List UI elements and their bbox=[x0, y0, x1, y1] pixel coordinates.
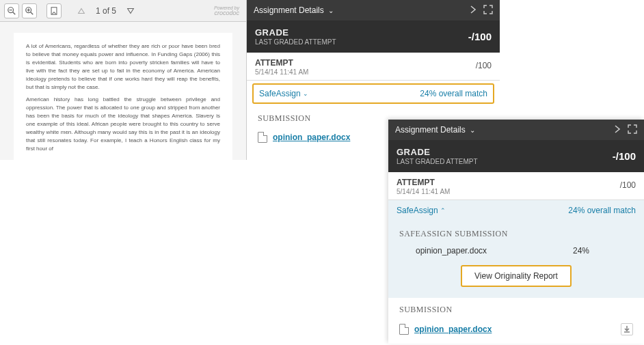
safeassign-file-name: opinion_paper.docx bbox=[416, 246, 487, 256]
attempt-title: ATTEMPT bbox=[397, 178, 620, 187]
zoom-out-button[interactable] bbox=[4, 3, 19, 18]
safeassign-file-row: opinion_paper.docx 24% bbox=[388, 243, 644, 262]
panel-header: Assignment Details ⌄ bbox=[247, 0, 500, 20]
grade-score: -/100 bbox=[613, 150, 636, 162]
grade-subtitle: LAST GRADED ATTEMPT bbox=[397, 158, 613, 165]
assignment-details-panel-expanded: Assignment Details ⌄ GRADE LAST GRADED A… bbox=[388, 120, 644, 344]
safeassign-submission-label: SAFEASSIGN SUBMISSION bbox=[388, 223, 644, 243]
fit-page-button[interactable] bbox=[46, 3, 62, 18]
next-page-button[interactable] bbox=[123, 3, 138, 18]
attempt-score: /100 bbox=[620, 180, 636, 190]
zoom-out-icon bbox=[7, 6, 16, 16]
triangle-down-icon bbox=[126, 6, 135, 16]
safeassign-match: 24% overall match bbox=[568, 206, 636, 215]
expand-icon bbox=[628, 124, 637, 134]
attempt-time: 5/14/14 11:41 AM bbox=[255, 68, 476, 76]
safeassign-label: SafeAssign bbox=[397, 206, 438, 215]
safeassign-toggle[interactable]: SafeAssign ⌃ 24% overall match bbox=[388, 200, 644, 221]
svg-rect-7 bbox=[51, 7, 57, 14]
prev-page-button[interactable] bbox=[74, 3, 89, 18]
zoom-in-icon bbox=[25, 6, 34, 16]
chevron-down-icon: ⌄ bbox=[468, 126, 476, 134]
download-button[interactable] bbox=[621, 323, 633, 335]
safeassign-match: 24% overall match bbox=[420, 89, 487, 98]
document-viewer: 1 of 5 Powered by crocodoc A lot of Amer… bbox=[0, 0, 247, 160]
chevron-right-icon bbox=[470, 5, 477, 14]
document-icon bbox=[258, 132, 267, 143]
next-button[interactable] bbox=[614, 124, 621, 135]
chevron-down-icon: ⌄ bbox=[327, 7, 334, 14]
panel-header: Assignment Details ⌄ bbox=[388, 120, 644, 140]
attempt-section: ATTEMPT 5/14/14 11:41 AM /100 bbox=[388, 172, 644, 200]
attempt-score: /100 bbox=[476, 61, 492, 70]
view-originality-report-button[interactable]: View Originality Report bbox=[461, 265, 572, 287]
download-icon bbox=[623, 326, 630, 333]
svg-line-4 bbox=[31, 12, 33, 14]
grade-section: GRADE LAST GRADED ATTEMPT -/100 bbox=[247, 20, 500, 53]
zoom-in-button[interactable] bbox=[22, 3, 37, 18]
attempt-section: ATTEMPT 5/14/14 11:41 AM /100 bbox=[247, 53, 500, 81]
panel-title[interactable]: Assignment Details ⌄ bbox=[395, 125, 607, 135]
expand-icon bbox=[483, 5, 493, 14]
safeassign-label: SafeAssign bbox=[259, 89, 301, 98]
grade-title: GRADE bbox=[397, 147, 613, 157]
chevron-up-icon: ⌃ bbox=[440, 207, 446, 214]
powered-by-label: Powered by crocodoc bbox=[214, 5, 242, 16]
grade-score: -/100 bbox=[468, 31, 492, 42]
document-page: A lot of Americans, regardless of whethe… bbox=[14, 33, 232, 160]
chevron-right-icon bbox=[614, 125, 621, 133]
safeassign-expanded-section: SAFEASSIGN SUBMISSION opinion_paper.docx… bbox=[388, 221, 644, 298]
svg-marker-9 bbox=[128, 8, 134, 13]
submission-section-label: SUBMISSION bbox=[388, 298, 644, 319]
safeassign-toggle[interactable]: SafeAssign ⌄ 24% overall match bbox=[252, 83, 494, 104]
attempt-title: ATTEMPT bbox=[255, 58, 476, 68]
submission-file-link[interactable]: opinion_paper.docx bbox=[273, 133, 350, 142]
safeassign-file-percent: 24% bbox=[573, 246, 589, 256]
grade-section: GRADE LAST GRADED ATTEMPT -/100 bbox=[388, 140, 644, 172]
expand-button[interactable] bbox=[483, 5, 493, 16]
submission-file-link[interactable]: opinion_paper.docx bbox=[414, 325, 492, 334]
page-icon bbox=[49, 6, 59, 16]
grade-title: GRADE bbox=[255, 27, 468, 38]
submission-file-row: opinion_paper.docx bbox=[388, 319, 644, 344]
panel-title[interactable]: Assignment Details ⌄ bbox=[254, 5, 463, 15]
chevron-down-icon: ⌄ bbox=[303, 90, 308, 97]
triangle-up-icon bbox=[77, 6, 86, 16]
viewer-toolbar: 1 of 5 Powered by crocodoc bbox=[0, 0, 246, 22]
document-paragraph: American history has long battled the st… bbox=[26, 96, 220, 153]
expand-button[interactable] bbox=[628, 124, 637, 136]
document-icon bbox=[399, 324, 409, 335]
next-button[interactable] bbox=[470, 5, 477, 16]
page-indicator: 1 of 5 bbox=[92, 6, 120, 16]
document-paragraph: A lot of Americans, regardless of whethe… bbox=[26, 42, 220, 92]
grade-subtitle: LAST GRADED ATTEMPT bbox=[255, 38, 468, 46]
svg-line-1 bbox=[13, 12, 16, 14]
svg-marker-8 bbox=[79, 8, 85, 13]
attempt-time: 5/14/14 11:41 AM bbox=[397, 188, 620, 195]
